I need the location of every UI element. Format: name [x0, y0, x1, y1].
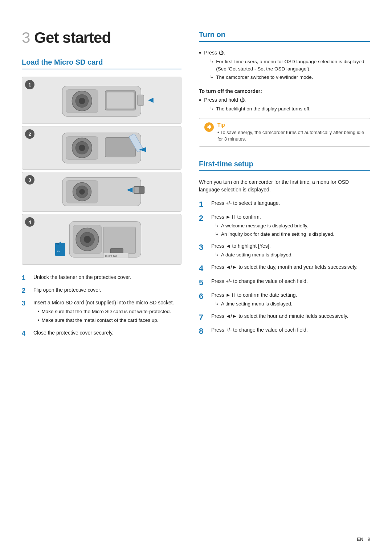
sd-step-3-bullets: • Make sure that the the Micro SD card i… — [33, 308, 174, 324]
setup-step-1: 1 Press +/- to select a language. — [199, 199, 370, 210]
to-turn-off-title: To turn off the camcorder: — [199, 88, 370, 94]
svg-point-13 — [79, 145, 85, 151]
sd-step-3-bullet-2: • Make sure that the metal contact of th… — [38, 317, 174, 324]
sd-step-text-3: Insert a Micro SD card (not supplied) in… — [33, 300, 174, 305]
first-time-section: First-time setup When you turn on the ca… — [199, 160, 370, 337]
sd-step-num-4: 4 — [22, 329, 30, 338]
svg-text:SD: SD — [57, 250, 60, 252]
setup-step-7: 7 Press ◄/► to select the hour and minut… — [199, 312, 370, 323]
chapter-number: 3 — [22, 29, 30, 46]
setup-step-6-sub-1: ↳ A time setting menu is displayed. — [215, 300, 370, 308]
sd-step-num-2: 2 — [22, 286, 30, 295]
svg-rect-7 — [137, 95, 144, 106]
setup-step-3-subs: ↳ A date setting menu is displayed. — [211, 251, 370, 259]
setup-step-6: 6 Press ►⏸ to confirm the date setting. … — [199, 291, 370, 309]
step-badge-1: 1 — [25, 80, 34, 89]
sd-step-text-2: Flip open the protective cover. — [33, 286, 101, 295]
camera-step-4-image: 4 SD — [22, 214, 181, 265]
sd-steps-list: 1 Unlock the fastener on the protective … — [22, 274, 181, 338]
sd-step-1: 1 Unlock the fastener on the protective … — [22, 274, 181, 283]
setup-step-8: 8 Press +/- to change the value of each … — [199, 326, 370, 337]
setup-num-7: 7 — [199, 312, 208, 323]
tip-content: Tip • To save energy, the camcorder turn… — [217, 122, 365, 142]
camera-illustration-1 — [22, 77, 181, 123]
step-badge-3: 3 — [25, 175, 34, 185]
setup-num-5: 5 — [199, 278, 208, 288]
tip-box: ✱ Tip • To save energy, the camcorder tu… — [199, 118, 370, 146]
turn-on-section-title: Turn on — [199, 31, 370, 42]
sd-step-2: 2 Flip open the protective cover. — [22, 286, 181, 295]
to-turn-off: To turn off the camcorder: • Press and h… — [199, 88, 370, 114]
setup-step-4-content: Press ◄/► to select the day, month and y… — [211, 263, 370, 274]
setup-step-5: 5 Press +/- to change the value of each … — [199, 278, 370, 288]
left-column: 3Get started Load the Micro SD card 1 — [22, 29, 181, 342]
turn-off-sub-list: ↳ The backlight on the display panel tur… — [204, 105, 310, 113]
step-badge-4: 4 — [25, 217, 34, 227]
setup-step-2-content: Press ►⏸ to confirm. ↳ A welcome message… — [211, 213, 370, 239]
svg-text:micro SD: micro SD — [105, 254, 117, 258]
turn-on-item-1: • Press ⏻. ↳ For first-time users, a men… — [199, 49, 370, 82]
setup-step-6-content: Press ►⏸ to confirm the date setting. ↳ … — [211, 291, 370, 309]
setup-num-2: 2 — [199, 213, 208, 239]
turn-on-sub-2: ↳ The camcorder switches to viewfinder m… — [210, 74, 370, 81]
svg-marker-8 — [148, 98, 154, 103]
tip-label: Tip — [217, 122, 365, 128]
camera-step-2-image: 2 — [22, 126, 181, 170]
tip-icon: ✱ — [204, 122, 214, 132]
setup-steps-list: 1 Press +/- to select a language. 2 Pres… — [199, 199, 370, 337]
first-time-intro: When you turn on the camcorder for the f… — [199, 178, 370, 194]
to-turn-off-list: • Press and hold ⏻. ↳ The backlight on t… — [199, 96, 370, 114]
setup-step-3-sub-1: ↳ A date setting menu is displayed. — [215, 251, 370, 259]
turn-on-list: • Press ⏻. ↳ For first-time users, a men… — [199, 49, 370, 82]
turn-on-sub-list: ↳ For first-time users, a menu for OSD l… — [204, 58, 370, 81]
sd-step-3: 3 Insert a Micro SD card (not supplied) … — [22, 299, 181, 325]
page-lang: EN — [357, 536, 363, 542]
setup-step-4: 4 Press ◄/► to select the day, month and… — [199, 263, 370, 274]
sd-step-3-bullet-1: • Make sure that the the Micro SD card i… — [38, 308, 174, 315]
setup-step-3-content: Press ◄ to highlight [Yes]. ↳ A date set… — [211, 242, 370, 260]
svg-point-21 — [79, 189, 85, 195]
setup-step-2-sub-2: ↳ An inquiry box for date and time setti… — [215, 231, 370, 238]
step-badge-2: 2 — [25, 129, 34, 139]
svg-rect-6 — [107, 92, 134, 108]
turn-on-sub-1: ↳ For first-time users, a menu for OSD l… — [210, 58, 370, 72]
turn-on-press-text: Press ⏻. — [204, 50, 225, 56]
setup-step-5-content: Press +/- to change the value of each fi… — [211, 278, 370, 288]
svg-point-29 — [84, 236, 91, 243]
first-time-section-title: First-time setup — [199, 160, 370, 171]
setup-step-2: 2 Press ►⏸ to confirm. ↳ A welcome messa… — [199, 213, 370, 239]
sd-step-3-content: Insert a Micro SD card (not supplied) in… — [33, 299, 174, 325]
page-num: 9 — [368, 536, 370, 542]
svg-rect-23 — [134, 187, 139, 193]
page-number: EN 9 — [357, 536, 370, 542]
setup-step-1-content: Press +/- to select a language. — [211, 199, 370, 210]
camera-step-1-image: 1 — [22, 77, 181, 124]
tip-text: • To save energy, the camcorder turns of… — [217, 129, 365, 142]
camera-illustration-4: SD micro SD — [22, 214, 181, 264]
right-column: Turn on • Press ⏻. ↳ For first-time user… — [199, 29, 370, 342]
camera-illustration-3 — [22, 172, 181, 211]
setup-step-6-subs: ↳ A time setting menu is displayed. — [211, 300, 370, 308]
camera-illustration-2 — [22, 126, 181, 169]
turn-on-section: Turn on • Press ⏻. ↳ For first-time user… — [199, 31, 370, 147]
setup-step-2-subs: ↳ A welcome message is displayed briefly… — [211, 222, 370, 238]
camera-step-images: 1 2 — [22, 77, 181, 265]
sd-step-text-4: Close the protective cover securely. — [33, 329, 114, 338]
sd-step-text-1: Unlock the fastener on the protective co… — [33, 274, 131, 283]
to-turn-off-item-content: Press and hold ⏻. ↳ The backlight on the… — [204, 96, 310, 114]
turn-off-sub-1: ↳ The backlight on the display panel tur… — [210, 105, 310, 113]
sd-step-num-3: 3 — [22, 299, 30, 325]
setup-step-8-content: Press +/- to change the value of each fi… — [211, 326, 370, 337]
setup-step-2-sub-1: ↳ A welcome message is displayed briefly… — [215, 222, 370, 230]
svg-point-4 — [79, 98, 85, 104]
setup-step-7-content: Press ◄/► to select the hour and minute … — [211, 312, 370, 323]
turn-off-press-text: Press and hold ⏻. — [204, 97, 246, 103]
load-sd-section-title: Load the Micro SD card — [22, 58, 181, 69]
setup-num-1: 1 — [199, 199, 208, 210]
setup-num-4: 4 — [199, 263, 208, 274]
setup-num-8: 8 — [199, 326, 208, 337]
setup-step-3: 3 Press ◄ to highlight [Yes]. ↳ A date s… — [199, 242, 370, 260]
setup-num-6: 6 — [199, 291, 208, 309]
setup-num-3: 3 — [199, 242, 208, 260]
sd-step-num-1: 1 — [22, 274, 30, 283]
